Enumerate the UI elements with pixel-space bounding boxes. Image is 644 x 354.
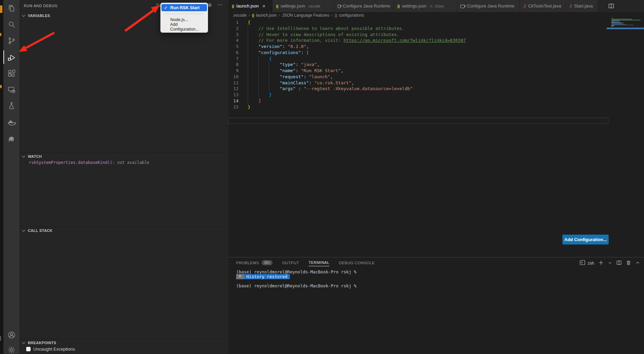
background-fragment: [0, 5, 2, 13]
split-editor-icon[interactable]: [608, 3, 614, 10]
breadcrumb-separator-icon: ›: [279, 13, 280, 18]
docker-icon[interactable]: [3, 115, 19, 130]
extensions-icon[interactable]: [3, 66, 19, 81]
code-line-3: 3 // Hover to view descriptions of exist…: [228, 32, 644, 38]
code-text: // Hover to view descriptions of existin…: [248, 32, 399, 38]
run-and-debug-icon[interactable]: [3, 50, 19, 65]
kill-terminal-trash-icon[interactable]: [626, 260, 631, 267]
watch-expression-value: not available: [117, 160, 149, 165]
breadcrumb-item[interactable]: configurations: [339, 13, 364, 18]
background-fragment: [0, 336, 1, 341]
breadcrumb-item[interactable]: JSON Language Features: [282, 13, 329, 18]
check-icon: ✓: [161, 5, 170, 10]
gradle-elephant-icon[interactable]: [3, 131, 19, 146]
breadcrumb-item[interactable]: launch.json: [256, 13, 277, 18]
minimap-line: [611, 19, 632, 19]
code-line-6: 6 "configurations": [: [228, 50, 644, 56]
panel-tab-label: DEBUG CONSOLE: [339, 261, 375, 265]
split-terminal-icon[interactable]: [616, 260, 622, 267]
line-number: 5: [228, 44, 239, 50]
menu-item-add-configuration-[interactable]: ✓Add Configuration...: [161, 23, 207, 30]
add-configuration-button[interactable]: Add Configuration...: [562, 235, 609, 245]
code-line-9: 9 "name": "Run RSK Start",: [228, 68, 644, 74]
panel-actions: zsh: [580, 260, 640, 267]
code-text: }: [248, 104, 250, 110]
line-number: 13: [228, 92, 239, 98]
uncaught-exceptions-checkbox[interactable]: [26, 347, 31, 351]
terminal-dropdown-chevron-icon[interactable]: [608, 260, 612, 266]
tab-start-java[interactable]: JStart.java: [566, 0, 598, 12]
code-editor[interactable]: 1{2 // Use IntelliSense to learn about p…: [228, 19, 644, 110]
code-text: "name": "Run RSK Start",: [248, 68, 344, 74]
panel-tab-debug-console[interactable]: DEBUG CONSOLE: [339, 261, 375, 266]
vscode-window: RUN AND DEBUG ⋯ VARIABLES WATCH rskSyste…: [0, 0, 644, 354]
panel-tab-problems[interactable]: PROBLEMS1K+: [236, 260, 273, 267]
sidebar-title-actions: ⋯: [207, 2, 222, 9]
remote-explorer-icon[interactable]: [3, 82, 19, 97]
tab-settings-json[interactable]: {}settings.json~/.../User: [394, 0, 457, 12]
line-number: 12: [228, 86, 239, 92]
panel-tab-terminal[interactable]: TERMINAL: [309, 260, 329, 266]
code-text: "request": "launch",: [248, 74, 333, 80]
panel-tab-label: PROBLEMS: [236, 261, 259, 265]
new-terminal-icon[interactable]: [598, 260, 604, 267]
panel-tab-label: OUTPUT: [282, 261, 299, 265]
explorer-icon[interactable]: [3, 1, 19, 16]
tab-label: Start.java: [574, 3, 593, 9]
line-number: 14: [228, 98, 239, 104]
watch-expression[interactable]: rskSystemProperties.databaseKind(): not …: [29, 160, 149, 165]
tab-configure-java-runtime[interactable]: Configure Java Runtime: [457, 0, 520, 12]
tab-clitoolstest-java[interactable]: JCliToolsTest.java: [520, 0, 566, 12]
code-line-7: 7 {: [228, 56, 644, 62]
tab-label: settings.json: [402, 3, 427, 9]
tab-description: .vscode: [308, 4, 320, 8]
line-number: 4: [228, 37, 239, 44]
chevron-down-icon: [22, 14, 25, 17]
problems-count-badge: 1K+: [262, 260, 273, 265]
editor-tab-bar: {}launch.json×{}settings.json.vscodeConf…: [228, 0, 644, 12]
terminal-shell-icon[interactable]: [580, 260, 585, 267]
terminal-line: [236, 279, 356, 284]
breadcrumb-item[interactable]: .vscode: [232, 13, 246, 18]
accounts-icon[interactable]: [3, 327, 19, 342]
source-control-icon[interactable]: [3, 33, 19, 48]
settings-gear-icon[interactable]: [3, 342, 19, 354]
section-label: BREAKPOINTS: [28, 341, 56, 345]
tab-description: ~/.../User: [429, 4, 444, 8]
breakpoint-row: Uncaught Exceptions: [26, 347, 75, 352]
line-number: 1: [228, 19, 239, 26]
section-call-stack[interactable]: CALL STACK: [19, 226, 228, 234]
section-label: VARIABLES: [28, 14, 50, 18]
line-number: 3: [228, 32, 239, 38]
search-icon[interactable]: [3, 17, 19, 32]
menu-item-label: Node.js...: [170, 17, 188, 22]
breadcrumb-separator-icon: ›: [331, 13, 333, 18]
line-number: 6: [228, 50, 239, 56]
tab-label: launch.json: [237, 3, 259, 9]
chevron-down-icon: [22, 341, 25, 344]
section-label: CALL STACK: [28, 229, 52, 233]
panel-tab-output[interactable]: OUTPUT: [282, 261, 299, 266]
testing-icon[interactable]: [3, 98, 19, 113]
code-line-1: 1{: [228, 19, 644, 26]
code-line-8: 8 "type": "java",: [228, 62, 644, 68]
menu-item-run-rsk-start[interactable]: ✓Run RSK Start: [161, 4, 207, 11]
close-icon[interactable]: ×: [262, 3, 265, 9]
line-number: 7: [228, 56, 239, 62]
tab-settings-json[interactable]: {}settings.json.vscode: [273, 0, 334, 12]
tab-launch-json[interactable]: {}launch.json×: [228, 0, 273, 12]
breadcrumb: .vscode›{}launch.json›JSON Language Feat…: [232, 13, 364, 18]
run-and-debug-sidebar: RUN AND DEBUG ⋯ VARIABLES WATCH rskSyste…: [19, 0, 228, 354]
more-actions-icon[interactable]: ⋯: [217, 2, 222, 9]
tab-configure-java-runtime[interactable]: Configure Java Runtime: [334, 0, 394, 12]
section-breakpoints[interactable]: BREAKPOINTS: [19, 339, 228, 347]
breadcrumb-separator-icon: ›: [248, 13, 250, 18]
line-number: 2: [228, 26, 239, 32]
section-watch[interactable]: WATCH: [19, 152, 228, 160]
terminal-output[interactable]: (base) reynoldmorel@Reynolds-MacBook-Pro…: [236, 270, 356, 288]
menu-item-label: Add Configuration...: [170, 22, 207, 32]
background-window-sliver: [0, 0, 3, 354]
code-text: "configurations": [: [248, 50, 309, 56]
panel-tab-label: TERMINAL: [309, 260, 329, 265]
maximize-panel-chevron-icon[interactable]: [636, 260, 640, 266]
